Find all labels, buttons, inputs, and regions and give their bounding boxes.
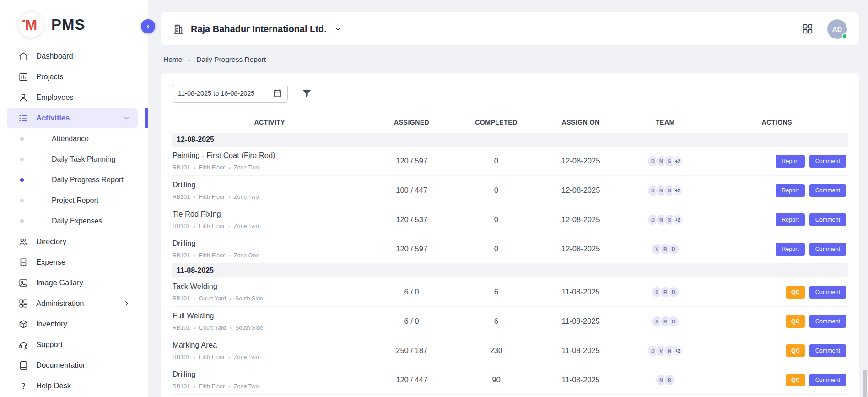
path-chevron-icon: ›	[194, 165, 195, 170]
comment-button[interactable]: Comment	[809, 374, 846, 386]
comment-button[interactable]: Comment	[809, 243, 846, 256]
breadcrumb-home[interactable]: Home	[163, 55, 182, 64]
sidebar-item-label: Image Gallary	[36, 278, 83, 287]
actions-cell: QCComment	[706, 344, 848, 357]
sidebar-item-label: Help Desk	[36, 381, 71, 390]
breadcrumb: Home › Daily Progress Report	[163, 55, 859, 64]
team-cell: DVN+2	[625, 345, 706, 357]
sidebar-subitem-label: Project Report	[52, 196, 98, 205]
date-range-value[interactable]	[178, 90, 269, 97]
qc-button[interactable]: QC	[786, 315, 805, 328]
path-chevron-icon: ›	[228, 354, 230, 360]
team-more-badge: +2	[672, 185, 684, 196]
location-path-segment: Zone Two	[234, 164, 259, 171]
date-range-input[interactable]	[172, 84, 288, 103]
comment-button[interactable]: Comment	[809, 286, 846, 299]
activities-icon	[18, 113, 28, 123]
activity-name: Marking Area	[173, 341, 368, 349]
activity-name: Tie Rod Fixing	[173, 210, 368, 218]
help-icon	[18, 381, 28, 391]
sidebar-subitem-daily-progress-report[interactable]: Daily Progress Report	[0, 169, 148, 190]
company-selector[interactable]: Raja Bahadur International Ltd.	[173, 23, 342, 35]
user-avatar[interactable]: AD	[827, 19, 847, 39]
path-chevron-icon: ›	[194, 384, 195, 389]
team-more-badge: +2	[672, 345, 684, 357]
completed-value: 0	[456, 157, 537, 165]
activity-location-path: RB101› Fifth Floor› Zone Two	[173, 164, 368, 171]
sidebar-subitem-project-report[interactable]: Project Report	[0, 190, 148, 211]
sidebar-item-administration[interactable]: Administration	[7, 293, 138, 314]
path-chevron-icon: ›	[194, 223, 195, 229]
scrollbar-thumb[interactable]	[863, 370, 867, 397]
employees-icon	[18, 92, 28, 103]
assigned-value: 120 / 537	[368, 215, 456, 224]
sidebar-item-expense[interactable]: Expense	[7, 252, 138, 272]
sidebar-subitem-attendance[interactable]: Attendance	[0, 128, 148, 149]
date-group-header: 11-08-2025	[172, 264, 848, 277]
sidebar-item-employees[interactable]: Employees	[7, 87, 138, 108]
completed-value: 6	[456, 288, 537, 296]
calendar-icon[interactable]	[273, 88, 282, 98]
assigned-value: 120 / 597	[368, 245, 456, 253]
team-more-badge: +2	[672, 214, 684, 226]
active-indicator-bar	[145, 108, 148, 128]
team-cell: SRD	[625, 286, 706, 298]
actions-cell: ReportComment	[706, 243, 848, 256]
group-date-label: 12-08-2025	[177, 136, 214, 144]
table-row: Tack Welding RB101› Court Yard› South Si…	[172, 277, 848, 307]
topbar-right: AD	[802, 19, 847, 39]
comment-button[interactable]: Comment	[809, 184, 846, 197]
team-cell: SRD	[625, 315, 706, 327]
sidebar-item-projects[interactable]: Projects	[7, 66, 138, 87]
sidebar-item-directory[interactable]: Directory	[7, 231, 138, 252]
sidebar-item-dashboard[interactable]: Dashboard	[7, 46, 138, 66]
report-button[interactable]: Report	[776, 243, 805, 256]
report-button[interactable]: Report	[776, 184, 805, 197]
sidebar-item-activities[interactable]: Activities	[7, 108, 138, 128]
company-name: Raja Bahadur International Ltd.	[191, 24, 327, 34]
sidebar-subitem-daily-expenses[interactable]: Daily Expenses	[0, 211, 148, 231]
column-header-team: TEAM	[625, 119, 706, 126]
sidebar-item-image-gallary[interactable]: Image Gallary	[7, 272, 138, 293]
filter-funnel-icon[interactable]	[302, 88, 312, 98]
activity-location-path: RB101› Court Yard› South Side	[173, 325, 368, 331]
online-status-dot	[842, 33, 847, 39]
apps-grid-icon[interactable]	[802, 23, 814, 35]
activity-cell: Drilling RB101› Fifth Floor› Zone One	[172, 239, 368, 259]
comment-button[interactable]: Comment	[809, 155, 846, 168]
location-path-segment: RB101	[173, 223, 190, 229]
report-button[interactable]: Report	[776, 155, 805, 168]
path-chevron-icon: ›	[228, 223, 230, 229]
sidebar-subitem-label: Daily Task Planning	[52, 155, 115, 163]
bullet-icon	[20, 178, 24, 182]
sidebar-item-documentation[interactable]: Documentation	[7, 355, 138, 375]
qc-button[interactable]: QC	[786, 286, 805, 299]
assigned-value: 100 / 447	[368, 186, 456, 195]
activity-location-path: RB101› Court Yard› South Side	[173, 295, 368, 302]
comment-button[interactable]: Comment	[809, 213, 846, 226]
app-logo: M	[18, 12, 44, 38]
sidebar-item-inventory[interactable]: Inventory	[7, 314, 138, 334]
content-card: ACTIVITYASSIGNEDCOMPLETEDASSIGN ONTEAMAC…	[161, 73, 859, 397]
qc-button[interactable]: QC	[786, 374, 805, 386]
path-chevron-icon: ›	[228, 253, 230, 258]
sidebar-item-help-desk[interactable]: Help Desk	[7, 375, 138, 396]
actions-cell: QCComment	[706, 286, 848, 299]
sidebar-subitem-label: Daily Expenses	[52, 217, 102, 225]
sidebar-collapse-button[interactable]: ‹	[141, 19, 155, 33]
report-button[interactable]: Report	[776, 213, 805, 226]
location-path-segment: RB101	[173, 194, 190, 200]
column-header-completed: COMPLETED	[456, 119, 537, 126]
sidebar-subitem-daily-task-planning[interactable]: Daily Task Planning	[0, 149, 148, 169]
assign-on-date: 11-08-2025	[537, 375, 625, 384]
sidebar-item-support[interactable]: Support	[7, 334, 138, 355]
comment-button[interactable]: Comment	[809, 315, 846, 328]
table-row: Drilling RB101› Fifth Floor› Zone Two 12…	[172, 365, 848, 395]
team-avatar: R	[663, 374, 675, 386]
location-path-segment: Zone Two	[234, 223, 259, 229]
completed-value: 230	[456, 346, 537, 355]
sidebar-item-label: Employees	[36, 93, 74, 102]
qc-button[interactable]: QC	[786, 344, 805, 357]
comment-button[interactable]: Comment	[809, 344, 846, 357]
location-path-segment: Zone One	[234, 252, 259, 259]
